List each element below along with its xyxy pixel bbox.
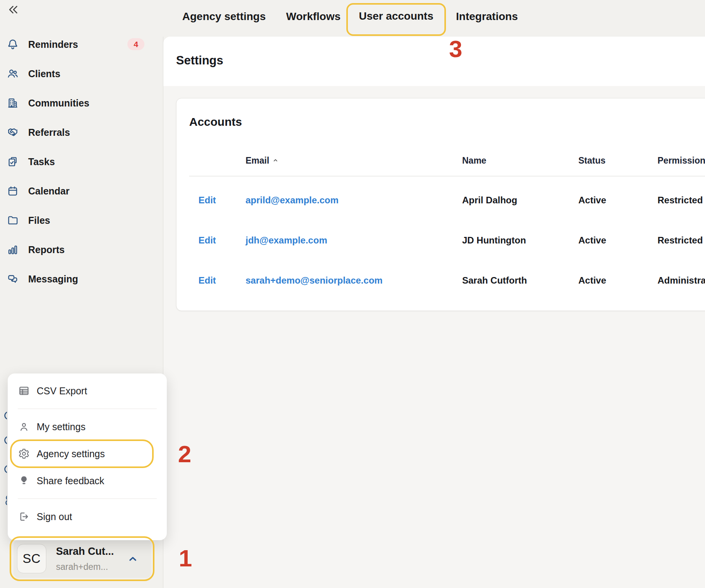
column-header-status[interactable]: Status (578, 155, 605, 166)
sidebar-item-label: Files (28, 215, 50, 226)
sidebar-item-files[interactable]: Files (0, 206, 163, 235)
clipped-sidebar-icon-fragment (2, 495, 7, 505)
clipboard-check-icon (7, 156, 19, 167)
page-title: Settings (176, 54, 223, 68)
tab-user-accounts[interactable]: User accounts (348, 10, 444, 22)
column-header-name[interactable]: Name (462, 155, 486, 166)
user-name: Sarah Cut... (56, 546, 114, 558)
account-name: Sarah Cutforth (462, 275, 527, 286)
account-name: JD Huntington (462, 235, 526, 246)
account-email[interactable]: aprild@example.com (246, 195, 339, 206)
sidebar-item-label: Reports (28, 244, 64, 255)
user-menu-popup: CSV Export My settings Agency settings S… (8, 373, 167, 540)
column-header-email[interactable]: Email (246, 155, 278, 166)
user-account-button[interactable]: SC Sarah Cut... sarah+dem... (14, 539, 151, 578)
sidebar-item-label: Messaging (28, 274, 78, 285)
chevron-up-icon (128, 554, 138, 564)
menu-item-sign-out[interactable]: Sign out (8, 503, 167, 530)
sidebar-item-label: Tasks (28, 156, 55, 167)
clipped-sidebar-icon-fragment (2, 464, 7, 474)
sidebar-item-reminders[interactable]: Reminders 4 (0, 30, 163, 59)
settings-header: Settings (163, 37, 705, 86)
sign-out-icon (18, 511, 30, 522)
menu-item-share-feedback[interactable]: Share feedback (8, 467, 167, 494)
account-permissions: Restricted (658, 195, 703, 206)
menu-divider (18, 409, 157, 409)
highlight-box-user-accounts: User accounts (346, 3, 446, 36)
tab-agency-settings[interactable]: Agency settings (182, 10, 266, 23)
sidebar-item-referrals[interactable]: Referrals (0, 118, 163, 147)
account-email[interactable]: sarah+demo@seniorplace.com (246, 275, 383, 286)
reminders-count-badge: 4 (127, 38, 144, 50)
menu-item-agency-settings[interactable]: Agency settings (8, 440, 167, 467)
menu-item-csv-export[interactable]: CSV Export (8, 377, 167, 404)
user-email: sarah+dem... (56, 562, 108, 572)
menu-item-label: Agency settings (37, 448, 105, 460)
folder-icon (7, 215, 19, 226)
accounts-card: Accounts Email Name Status Permissions E… (176, 98, 705, 311)
table-header-divider (189, 176, 705, 176)
sidebar-item-clients[interactable]: Clients (0, 59, 163, 88)
sidebar-item-messaging[interactable]: Messaging (0, 264, 163, 294)
handshake-icon (7, 127, 19, 138)
account-email[interactable]: jdh@example.com (246, 235, 327, 246)
avatar: SC (17, 544, 46, 573)
sidebar-item-label: Referrals (28, 127, 70, 138)
column-header-permissions[interactable]: Permissions (658, 155, 705, 166)
sidebar-item-label: Reminders (28, 39, 78, 50)
sidebar-item-tasks[interactable]: Tasks (0, 147, 163, 176)
sort-ascending-icon (273, 157, 278, 163)
menu-item-label: Share feedback (37, 475, 104, 487)
tab-workflows[interactable]: Workflows (286, 10, 341, 23)
account-name: April Dalhog (462, 195, 517, 206)
building-icon (7, 97, 19, 109)
menu-item-label: CSV Export (37, 385, 87, 397)
sidebar-item-label: Calendar (28, 186, 69, 197)
tab-integrations[interactable]: Integrations (456, 10, 518, 23)
clipped-sidebar-icon-fragment (2, 435, 7, 445)
table-row: Edit aprild@example.com April Dalhog Act… (176, 189, 705, 212)
sidebar-nav: Reminders 4 Clients Communities Referral… (0, 30, 163, 294)
sidebar-item-reports[interactable]: Reports (0, 235, 163, 264)
account-status: Active (578, 235, 606, 246)
sidebar-collapse-button[interactable] (7, 3, 20, 16)
table-row: Edit sarah+demo@seniorplace.com Sarah Cu… (176, 269, 705, 292)
sidebar-item-calendar[interactable]: Calendar (0, 176, 163, 206)
lightbulb-icon (18, 475, 30, 487)
gear-icon (18, 448, 30, 460)
main-content: Settings Accounts Email Name Status Perm… (163, 37, 705, 588)
table-icon (18, 385, 30, 397)
bell-icon (7, 39, 19, 50)
chevrons-left-icon (7, 3, 20, 16)
edit-link[interactable]: Edit (198, 195, 216, 206)
menu-item-my-settings[interactable]: My settings (8, 413, 167, 440)
menu-item-label: My settings (37, 421, 85, 433)
menu-divider (18, 498, 157, 499)
menu-item-label: Sign out (37, 511, 72, 522)
account-permissions: Restricted (658, 235, 703, 246)
clipped-sidebar-icon-fragment (2, 411, 7, 421)
chat-bubbles-icon (7, 273, 19, 285)
edit-link[interactable]: Edit (198, 235, 216, 246)
edit-link[interactable]: Edit (198, 275, 216, 286)
sidebar-item-communities[interactable]: Communities (0, 88, 163, 118)
sidebar-item-label: Communities (28, 98, 89, 109)
accounts-card-title: Accounts (189, 115, 242, 128)
calendar-icon (7, 185, 19, 197)
account-status: Active (578, 195, 606, 206)
bar-chart-icon (7, 244, 19, 255)
account-permissions: Administrator (658, 275, 705, 286)
sidebar-item-label: Clients (28, 68, 60, 79)
users-icon (7, 68, 19, 79)
person-icon (18, 421, 30, 433)
app-root: Agency settings Workflows User accounts … (0, 0, 705, 588)
table-row: Edit jdh@example.com JD Huntington Activ… (176, 229, 705, 252)
account-status: Active (578, 275, 606, 286)
